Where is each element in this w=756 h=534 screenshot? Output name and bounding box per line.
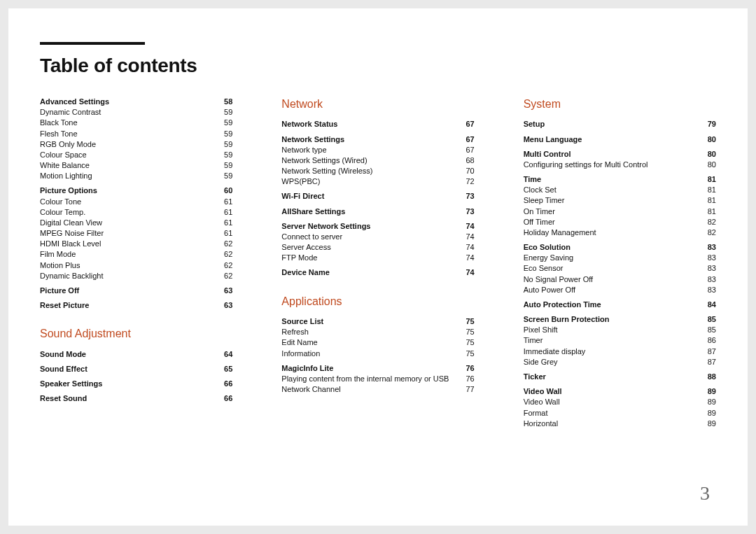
chapter-heading: Sound Adjustment xyxy=(40,326,232,342)
toc-entry-row[interactable]: Motion Plus62 xyxy=(40,260,232,271)
toc-entry-row[interactable]: MPEG Noise Filter61 xyxy=(40,228,232,239)
toc-entry-row[interactable]: Refresh75 xyxy=(281,327,474,337)
toc-entry-row[interactable]: Network Channel77 xyxy=(281,384,474,395)
toc-group: Multi Control80Configuring settings for … xyxy=(524,149,716,174)
toc-entry-label: FTP Mode xyxy=(281,253,458,263)
toc-entry-row[interactable]: Off Timer82 xyxy=(524,217,716,227)
toc-entry-row[interactable]: On Timer81 xyxy=(524,206,716,217)
toc-group: Ticker88 xyxy=(524,372,716,386)
toc-group: Screen Burn Protection85Pixel Shift85Tim… xyxy=(524,314,716,372)
toc-heading-row[interactable]: Server Network Settings74 xyxy=(281,221,474,232)
toc-entry-row[interactable]: Side Grey87 xyxy=(524,357,716,367)
toc-heading-row[interactable]: Setup79 xyxy=(524,119,716,129)
toc-entry-label: Format xyxy=(524,408,701,419)
toc-heading-row[interactable]: Auto Protection Time84 xyxy=(524,300,716,310)
toc-entry-page: 59 xyxy=(217,129,232,139)
toc-entry-row[interactable]: Pixel Shift85 xyxy=(524,325,716,335)
toc-entry-row[interactable]: Eco Sensor83 xyxy=(524,263,716,274)
toc-entry-row[interactable]: White Balance59 xyxy=(40,160,232,171)
toc-entry-label: Film Mode xyxy=(40,249,217,260)
toc-entry-row[interactable]: No Signal Power Off83 xyxy=(524,274,716,285)
toc-entry-label: No Signal Power Off xyxy=(524,274,701,285)
toc-entry-row[interactable]: Colour Tone61 xyxy=(40,197,232,207)
toc-entry-label: Dynamic Contrast xyxy=(40,107,217,118)
toc-entry-row[interactable]: Energy Saving83 xyxy=(524,253,716,263)
toc-heading-row[interactable]: MagicInfo Lite76 xyxy=(281,363,474,374)
group-spacer xyxy=(40,311,232,315)
toc-heading-row[interactable]: Device Name74 xyxy=(281,267,474,278)
toc-entry-row[interactable]: Immediate display87 xyxy=(524,346,716,357)
toc-entry-row[interactable]: Playing content from the internal memory… xyxy=(281,374,474,384)
toc-entry-row[interactable]: Film Mode62 xyxy=(40,249,232,260)
toc-entry-row[interactable]: WPS(PBC)72 xyxy=(281,176,474,187)
toc-heading-page: 66 xyxy=(217,379,232,389)
toc-entry-row[interactable]: Colour Space59 xyxy=(40,150,232,160)
toc-heading-row[interactable]: Eco Solution83 xyxy=(524,242,716,253)
toc-heading-row[interactable]: AllShare Settings73 xyxy=(281,206,474,217)
toc-entry-page: 61 xyxy=(217,207,232,218)
toc-entry-row[interactable]: FTP Mode74 xyxy=(281,253,474,263)
toc-entry-row[interactable]: Holiday Management82 xyxy=(524,227,716,238)
toc-entry-row[interactable]: Edit Name75 xyxy=(281,337,474,348)
toc-entry-row[interactable]: Dynamic Backlight62 xyxy=(40,271,232,281)
toc-heading-label: Time xyxy=(524,174,701,185)
toc-entry-row[interactable]: Auto Power Off83 xyxy=(524,285,716,295)
toc-entry-label: Colour Temp. xyxy=(40,207,217,218)
toc-heading-row[interactable]: Sound Effect65 xyxy=(40,364,232,374)
toc-entry-page: 74 xyxy=(458,253,474,263)
toc-heading-row[interactable]: Speaker Settings66 xyxy=(40,379,232,389)
toc-heading-row[interactable]: Network Status67 xyxy=(281,119,474,129)
toc-entry-row[interactable]: Information75 xyxy=(281,349,474,359)
toc-heading-row[interactable]: Advanced Settings58 xyxy=(40,97,232,107)
toc-entry-page: 59 xyxy=(217,160,232,171)
toc-entry-row[interactable]: Network Setting (Wireless)70 xyxy=(281,166,474,176)
toc-heading-row[interactable]: Picture Off63 xyxy=(40,286,232,296)
toc-heading-page: 67 xyxy=(458,134,474,145)
toc-group: Time81Clock Set81Sleep Timer81On Timer81… xyxy=(524,174,716,242)
toc-group: Speaker Settings66 xyxy=(40,379,232,393)
toc-entry-row[interactable]: Server Access74 xyxy=(281,242,474,253)
toc-heading-row[interactable]: Time81 xyxy=(524,174,716,185)
toc-entry-row[interactable]: RGB Only Mode59 xyxy=(40,139,232,150)
toc-entry-row[interactable]: Sleep Timer81 xyxy=(524,195,716,206)
toc-heading-label: Wi-Fi Direct xyxy=(281,191,458,202)
toc-heading-page: 67 xyxy=(458,119,474,129)
toc-entry-row[interactable]: Configuring settings for Multi Control80 xyxy=(524,160,716,170)
toc-entry-row[interactable]: Timer86 xyxy=(524,335,716,346)
toc-heading-row[interactable]: Sound Mode64 xyxy=(40,349,232,360)
toc-heading-label: Multi Control xyxy=(524,149,701,160)
toc-heading-label: Device Name xyxy=(281,267,458,278)
toc-entry-row[interactable]: Horizontal89 xyxy=(524,419,716,429)
toc-heading-row[interactable]: Ticker88 xyxy=(524,372,716,382)
toc-entry-page: 83 xyxy=(701,253,716,263)
toc-heading-row[interactable]: Reset Sound66 xyxy=(40,393,232,404)
toc-heading-row[interactable]: Screen Burn Protection85 xyxy=(524,314,716,325)
toc-heading-label: Menu Language xyxy=(524,134,701,145)
toc-entry-row[interactable]: Colour Temp.61 xyxy=(40,207,232,218)
toc-entry-row[interactable]: Motion Lighting59 xyxy=(40,171,232,181)
toc-heading-row[interactable]: Source List75 xyxy=(281,316,474,327)
toc-entry-row[interactable]: Flesh Tone59 xyxy=(40,129,232,139)
toc-entry-row[interactable]: Connect to server74 xyxy=(281,232,474,242)
toc-group: Menu Language80 xyxy=(524,134,716,149)
toc-entry-row[interactable]: Dynamic Contrast59 xyxy=(40,107,232,118)
toc-entry-row[interactable]: Format89 xyxy=(524,408,716,419)
toc-heading-label: Server Network Settings xyxy=(281,221,458,232)
toc-heading-row[interactable]: Picture Options60 xyxy=(40,185,232,196)
toc-heading-row[interactable]: Wi-Fi Direct73 xyxy=(281,191,474,202)
toc-heading-row[interactable]: Menu Language80 xyxy=(524,134,716,145)
toc-heading-row[interactable]: Reset Picture63 xyxy=(40,300,232,311)
toc-entry-row[interactable]: Black Tone59 xyxy=(40,118,232,128)
toc-heading-row[interactable]: Multi Control80 xyxy=(524,149,716,160)
toc-heading-row[interactable]: Network Settings67 xyxy=(281,134,474,145)
toc-entry-page: 82 xyxy=(701,217,716,227)
toc-entry-row[interactable]: Network type67 xyxy=(281,145,474,155)
toc-entry-label: Colour Tone xyxy=(40,197,217,207)
toc-heading-page: 81 xyxy=(701,174,716,185)
toc-entry-row[interactable]: Clock Set81 xyxy=(524,185,716,195)
toc-entry-row[interactable]: Video Wall89 xyxy=(524,397,716,407)
toc-entry-row[interactable]: Digital Clean View61 xyxy=(40,218,232,228)
toc-entry-row[interactable]: HDMI Black Level62 xyxy=(40,239,232,249)
toc-heading-row[interactable]: Video Wall89 xyxy=(524,386,716,397)
toc-entry-row[interactable]: Network Settings (Wired)68 xyxy=(281,155,474,166)
